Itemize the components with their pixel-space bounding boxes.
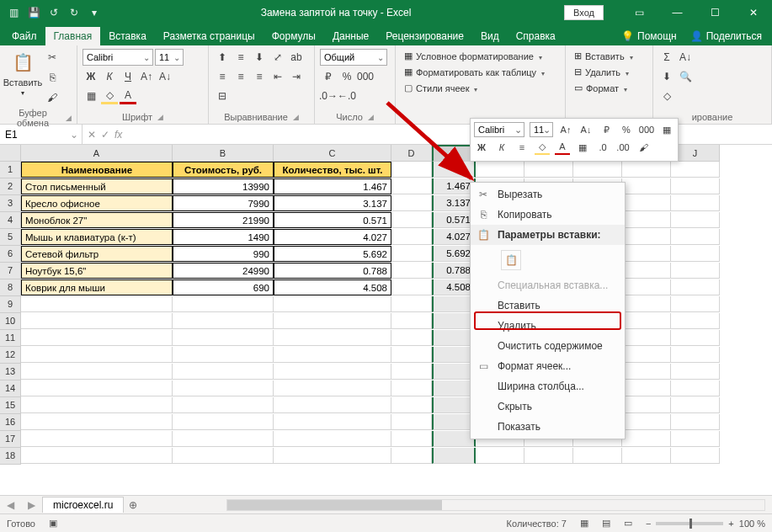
view-page-icon[interactable]: ▤ — [602, 518, 610, 529]
cell[interactable] — [671, 448, 720, 464]
autosave-icon[interactable]: ▥ — [7, 6, 20, 19]
cell[interactable]: Сетевой фильтр — [21, 246, 173, 262]
mini-italic-button[interactable]: К — [494, 140, 509, 155]
align-top-icon[interactable]: ⬆ — [214, 49, 231, 66]
row-header[interactable]: 5 — [0, 229, 21, 246]
minimize-button[interactable]: — — [658, 0, 696, 25]
mini-dec-dec-icon[interactable]: .00 — [615, 140, 631, 155]
italic-button[interactable]: К — [101, 68, 118, 85]
cell[interactable] — [391, 162, 432, 178]
cut-icon[interactable]: ✂ — [44, 49, 61, 66]
cell[interactable] — [671, 330, 720, 346]
cell[interactable]: 7990 — [173, 195, 274, 211]
cell[interactable] — [21, 431, 173, 447]
align-right-icon[interactable]: ≡ — [251, 68, 268, 85]
cell[interactable]: 13990 — [173, 178, 274, 194]
insert-cells-button[interactable]: ⊞Вставить — [571, 49, 636, 63]
zoom-level[interactable]: 100 % — [739, 519, 765, 529]
borders-icon[interactable]: ▦ — [83, 88, 99, 104]
ctx-cut[interactable]: ✂Вырезать — [471, 184, 625, 205]
row-header[interactable]: 2 — [0, 178, 21, 195]
cell[interactable] — [622, 448, 671, 464]
cell[interactable]: Коврик для мыши — [21, 279, 173, 295]
cell[interactable] — [21, 313, 173, 329]
cell[interactable] — [391, 212, 432, 228]
tab-data[interactable]: Данные — [324, 27, 377, 45]
increase-indent-icon[interactable]: ⇥ — [288, 68, 305, 85]
cell[interactable] — [274, 414, 391, 430]
cell[interactable] — [391, 448, 432, 464]
fill-color-icon[interactable]: ◇ — [101, 88, 118, 104]
cell[interactable] — [21, 380, 173, 396]
cell[interactable] — [391, 347, 432, 363]
cell[interactable] — [622, 364, 671, 380]
cell[interactable] — [622, 380, 671, 396]
paste-button[interactable]: 📋 Вставить ▾ — [5, 49, 40, 97]
cell[interactable]: 21990 — [173, 212, 274, 228]
increase-font-icon[interactable]: A↑ — [138, 68, 155, 85]
cell[interactable] — [524, 162, 573, 178]
cell[interactable]: 5.692 — [274, 246, 391, 262]
cell[interactable] — [671, 246, 720, 262]
dec-decimal-icon[interactable]: ←.0 — [338, 88, 355, 104]
cell[interactable] — [622, 431, 671, 447]
cell[interactable] — [274, 431, 391, 447]
cell[interactable]: Моноблок 27" — [21, 212, 173, 228]
cell[interactable] — [173, 364, 274, 380]
cell[interactable] — [671, 347, 720, 363]
cell[interactable]: 3.137 — [274, 195, 391, 211]
sheet-tab[interactable]: microexcel.ru — [42, 497, 124, 513]
cell[interactable] — [622, 296, 671, 312]
row-header[interactable]: 3 — [0, 195, 21, 212]
close-button[interactable]: ✕ — [734, 0, 772, 25]
cell[interactable] — [173, 414, 274, 430]
clipboard-launcher-icon[interactable]: ◢ — [66, 114, 72, 122]
clear-icon[interactable]: ◇ — [658, 88, 675, 104]
row-header[interactable]: 4 — [0, 212, 21, 229]
ctx-delete[interactable]: Удалить — [471, 316, 625, 336]
decrease-indent-icon[interactable]: ⇤ — [269, 68, 286, 85]
cell[interactable] — [391, 178, 432, 194]
cell[interactable] — [622, 246, 671, 262]
ribbon-options-icon[interactable]: ▭ — [620, 0, 658, 25]
delete-cells-button[interactable]: ⊟Удалить — [571, 65, 632, 79]
thousands-icon[interactable]: 000 — [357, 68, 374, 85]
ctx-format-cells[interactable]: ▭Формат ячеек... — [471, 356, 625, 376]
cell[interactable] — [21, 296, 173, 312]
cell[interactable] — [391, 263, 432, 279]
align-center-icon[interactable]: ≡ — [232, 68, 249, 85]
cell[interactable] — [21, 397, 173, 413]
horizontal-scrollbar[interactable] — [226, 499, 765, 511]
cell[interactable] — [391, 195, 432, 211]
tell-me[interactable]: 💡Помощн — [615, 27, 684, 45]
mini-borders-icon[interactable]: ▦ — [575, 140, 590, 155]
select-all-corner[interactable] — [0, 145, 21, 162]
cell[interactable] — [622, 347, 671, 363]
cell[interactable] — [476, 448, 524, 464]
cell[interactable]: 690 — [173, 279, 274, 295]
row-header[interactable]: 10 — [0, 313, 21, 330]
cell[interactable] — [274, 448, 391, 464]
row-header[interactable]: 18 — [0, 448, 21, 465]
enter-formula-icon[interactable]: ✓ — [101, 129, 109, 141]
share-button[interactable]: 👤Поделиться — [684, 27, 769, 45]
cell[interactable] — [476, 162, 524, 178]
cell[interactable] — [622, 162, 671, 178]
percent-icon[interactable]: % — [338, 68, 355, 85]
cell[interactable] — [391, 330, 432, 346]
cell[interactable] — [21, 347, 173, 363]
cell[interactable] — [173, 397, 274, 413]
cell[interactable] — [173, 380, 274, 396]
cell[interactable] — [622, 330, 671, 346]
cancel-formula-icon[interactable]: ✕ — [88, 129, 96, 141]
font-launcher-icon[interactable]: ◢ — [157, 113, 163, 121]
mini-fill-icon[interactable]: ◇ — [535, 140, 550, 155]
row-header[interactable]: 12 — [0, 347, 21, 364]
row-header[interactable]: 14 — [0, 380, 21, 397]
cell[interactable] — [391, 364, 432, 380]
ctx-hide[interactable]: Скрыть — [471, 396, 625, 417]
tab-page-layout[interactable]: Разметка страницы — [155, 27, 264, 45]
ctx-copy[interactable]: ⎘Копировать — [471, 205, 625, 225]
cell[interactable] — [671, 364, 720, 380]
mini-dec-font-icon[interactable]: A↓ — [578, 122, 594, 137]
